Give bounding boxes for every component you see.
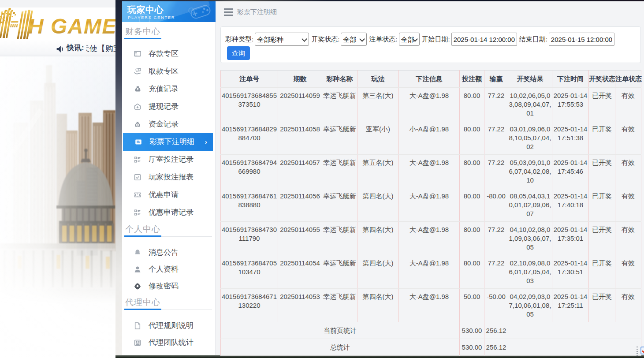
summary-row: 总统计530.00256.12 (221, 339, 641, 356)
cell: 大-A盘@1.98 (399, 155, 460, 188)
cell: 幸运飞艇新 (322, 222, 357, 255)
sidebar-item[interactable]: 玩家投注报表 (122, 168, 215, 186)
chevron-right-icon: › (205, 139, 207, 145)
filter-panel: 彩种类型: 全部彩种 开奖状态: 全部 注单状态: (220, 26, 641, 63)
sidebar-item-label: 优惠申请记录 (149, 208, 194, 217)
sidebar: 玩家中心 PLAYERS CENTER 财务中心存款专区取款专区充值记录提现记录… (122, 1, 216, 355)
cell: 401569173684761838880 (221, 188, 278, 222)
cell: 亚军(小) (357, 121, 399, 155)
cell: 05,03,09,01,06,07,04,02,08,10 (508, 155, 552, 188)
cell: 80.00 (460, 222, 484, 255)
sidebar-item[interactable]: 厅室投注记录 (122, 151, 215, 168)
summary-label: 总统计 (221, 339, 460, 356)
sidebar-item[interactable]: 代理团队统计 (122, 334, 215, 351)
document-icon (134, 322, 141, 330)
table-row: 40156917368467113022020250114053幸运飞艇新第四名… (221, 289, 641, 322)
section-items: 消息公告个人资料修改密码 (122, 244, 215, 295)
cell: 20250114059 (278, 88, 322, 121)
filter-lottery-type: 彩种类型: 全部彩种 (225, 33, 309, 46)
cell: 第三名(大) (357, 88, 399, 121)
cell: 03,01,09,06,08,10,05,07,04,02 (508, 121, 552, 155)
menu-bar (224, 8, 233, 10)
sidebar-title: 玩家中心 (127, 4, 164, 15)
menu-toggle-icon[interactable] (224, 8, 233, 16)
bell-icon (134, 249, 141, 257)
svg-text:H GAME: H GAME (28, 15, 115, 38)
filter-row: 彩种类型: 全部彩种 开奖状态: 全部 注单状态: (225, 33, 617, 46)
cell: 大-A盘@1.98 (399, 222, 460, 255)
cell: 有效 (615, 222, 641, 255)
section-underline (124, 235, 212, 237)
column-header: 注单状态 (615, 71, 641, 88)
red-check-widget[interactable] (640, 347, 644, 354)
cash-out-icon (134, 103, 141, 111)
cell: 20250114058 (278, 121, 322, 155)
draw-status-select[interactable]: 全部 (341, 33, 367, 46)
cell: 2025-01-14 17:25:11 (552, 289, 589, 322)
sidebar-item[interactable]: 代理规则说明 (122, 317, 215, 334)
summary-bet-total: 530.00 (460, 322, 484, 339)
sidebar-item[interactable]: 存款专区 (122, 45, 215, 63)
cell: 20250114055 (278, 222, 322, 255)
speaker-icon (56, 45, 65, 53)
sidebar-item-label: 提现记录 (149, 102, 179, 111)
sidebar-item[interactable]: 优惠申请 (122, 186, 215, 204)
sidebar-item[interactable]: 取款专区 (122, 63, 215, 80)
sidebar-item[interactable]: 消息公告 (122, 244, 215, 261)
filter-start-date: 开始日期: (422, 33, 517, 46)
sidebar-item[interactable]: 充值记录 (122, 80, 215, 98)
order-status-select[interactable]: 全部 (399, 33, 420, 46)
cell: 80.00 (460, 121, 484, 155)
cell: 77.22 (484, 121, 508, 155)
sidebar-item[interactable]: 资金记录 (122, 116, 215, 133)
main-content: 彩票下注明细 彩种类型: 全部彩种 开奖状态: 全部 (216, 1, 644, 355)
promo-ticket-icon (134, 191, 141, 199)
sidebar-item[interactable]: 修改密码 (122, 278, 215, 295)
cell: 20250114056 (278, 188, 322, 222)
sidebar-item[interactable]: 优惠申请记录 (122, 204, 215, 221)
sidebar-item-label: 个人资料 (149, 265, 179, 274)
filter-end-date: 结束日期: (519, 33, 614, 46)
cell: 第四名(大) (357, 289, 399, 322)
sidebar-item-label: 消息公告 (149, 248, 179, 257)
player-center-panel: 玩家中心 PLAYERS CENTER 财务中心存款专区取款专区充值记录提现记录… (122, 1, 644, 355)
start-date-label: 开始日期: (422, 33, 450, 46)
section-title: 个人中心 (125, 223, 215, 235)
query-button[interactable]: 查询 (227, 46, 250, 60)
sidebar-item-label: 代理团队统计 (149, 338, 194, 347)
cell: 20250114053 (278, 289, 322, 322)
sidebar-item[interactable]: 提现记录 (122, 98, 215, 116)
resize-handle-dots[interactable] (637, 347, 638, 356)
lottery-type-select[interactable]: 全部彩种 (255, 33, 309, 46)
cell: 2025-01-14 17:45:46 (552, 155, 589, 188)
cell: 小-A盘@1.98 (399, 121, 460, 155)
cell: 已开奖 (589, 255, 615, 289)
cell: 04,10,02,08,01,09,03,06,07,05 (508, 222, 552, 255)
sidebar-item-label: 充值记录 (149, 85, 179, 93)
lottery-type-select-wrap: 全部彩种 (255, 33, 309, 46)
cell: 幸运飞艇新 (322, 121, 357, 155)
summary-row: 当前页统计530.00256.12 (221, 322, 641, 339)
cell: 幸运飞艇新 (322, 188, 357, 222)
bets-table-wrap: 注单号期数彩种名称玩法下注信息投注额输赢开奖结果下注时间开奖状态注单状态 401… (220, 70, 641, 355)
cell: 2025-01-14 17:30:51 (552, 255, 589, 289)
column-header: 玩法 (357, 71, 399, 88)
start-date-input[interactable] (451, 33, 517, 46)
cell: 2025-01-14 17:35:01 (552, 222, 589, 255)
table-header: 注单号期数彩种名称玩法下注信息投注额输赢开奖结果下注时间开奖状态注单状态 (221, 71, 641, 88)
end-date-input[interactable] (549, 33, 614, 46)
draw-status-select-wrap: 全部 (341, 33, 367, 46)
sidebar-item[interactable]: 个人资料 (122, 261, 215, 278)
cell: 幸运飞艇新 (322, 255, 357, 289)
end-date-label: 结束日期: (519, 33, 547, 46)
cell: 有效 (615, 289, 641, 322)
sidebar-item[interactable]: 彩票下注明细› (123, 133, 213, 151)
news-ticker-text: 天使【购宝 (86, 43, 115, 54)
cell: 77.22 (484, 255, 508, 289)
gamepad-icon (189, 4, 212, 20)
cell: 已开奖 (589, 222, 615, 255)
cell: 04,02,09,03,07,10,06,01,08,05 (508, 289, 552, 322)
promo-list-icon (134, 209, 141, 216)
column-header: 注单号 (221, 71, 278, 88)
cell: 已开奖 (589, 121, 615, 155)
